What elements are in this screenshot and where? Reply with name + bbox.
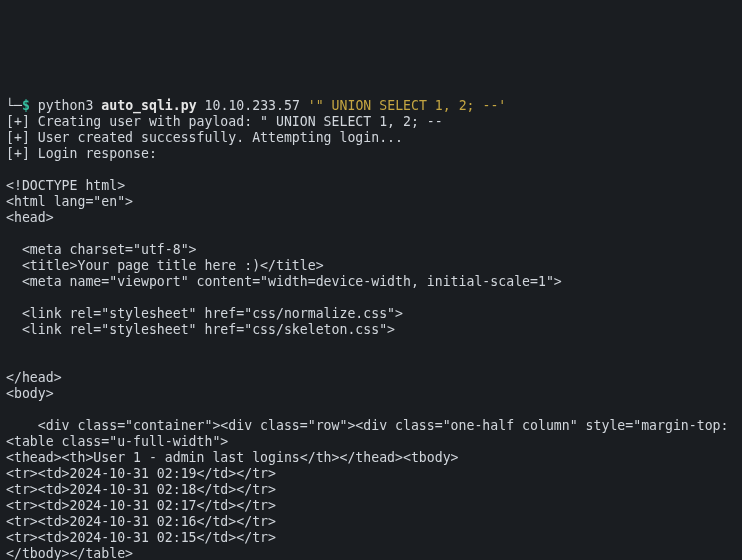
output-line: <meta name="viewport" content="width=dev… <box>6 274 562 289</box>
prompt-lead: └─ <box>6 98 22 113</box>
output-line: <meta charset="utf-8"> <box>6 242 197 257</box>
output-line: </head> <box>6 370 62 385</box>
output-line: <title>Your page title here :)</title> <box>6 258 324 273</box>
prompt-dollar: $ <box>22 98 30 113</box>
terminal-output: └─$ python3 auto_sqli.py 10.10.233.57 '"… <box>0 80 742 560</box>
output-line: <link rel="stylesheet" href="css/normali… <box>6 306 403 321</box>
output-line: [+] Login response: <box>6 146 157 161</box>
output-line: <body> <box>6 386 54 401</box>
command-script: auto_sqli.py <box>101 98 196 113</box>
output-line: <!DOCTYPE html> <box>6 178 125 193</box>
output-line: <html lang="en"> <box>6 194 133 209</box>
ellipsis-icon: ... <box>379 130 403 145</box>
table-row: <tr><td>2024-10-31 02:18</td></tr> <box>6 482 276 497</box>
table-row: <tr><td>2024-10-31 02:15</td></tr> <box>6 530 276 545</box>
prompt-line[interactable]: └─$ python3 auto_sqli.py 10.10.233.57 '"… <box>6 98 506 113</box>
output-line: <link rel="stylesheet" href="css/skeleto… <box>6 322 395 337</box>
table-row: <tr><td>2024-10-31 02:19</td></tr> <box>6 466 276 481</box>
command-interpreter: python3 <box>38 98 94 113</box>
command-payload: '" UNION SELECT 1, 2; --' <box>308 98 507 113</box>
output-line: <head> <box>6 210 54 225</box>
output-line: </tbody></table> <box>6 546 133 560</box>
output-line: [+] Creating user with payload: " UNION … <box>6 114 443 129</box>
output-line: <table class="u-full-width"> <box>6 434 228 449</box>
output-line: <div class="container"><div class="row">… <box>6 418 729 433</box>
output-line: <thead><th>User 1 - admin last logins</t… <box>6 450 459 465</box>
output-line: [+] User created successfully. Attemptin… <box>6 130 403 145</box>
command-ip: 10.10.233.57 <box>205 98 300 113</box>
table-row: <tr><td>2024-10-31 02:16</td></tr> <box>6 514 276 529</box>
table-row: <tr><td>2024-10-31 02:17</td></tr> <box>6 498 276 513</box>
